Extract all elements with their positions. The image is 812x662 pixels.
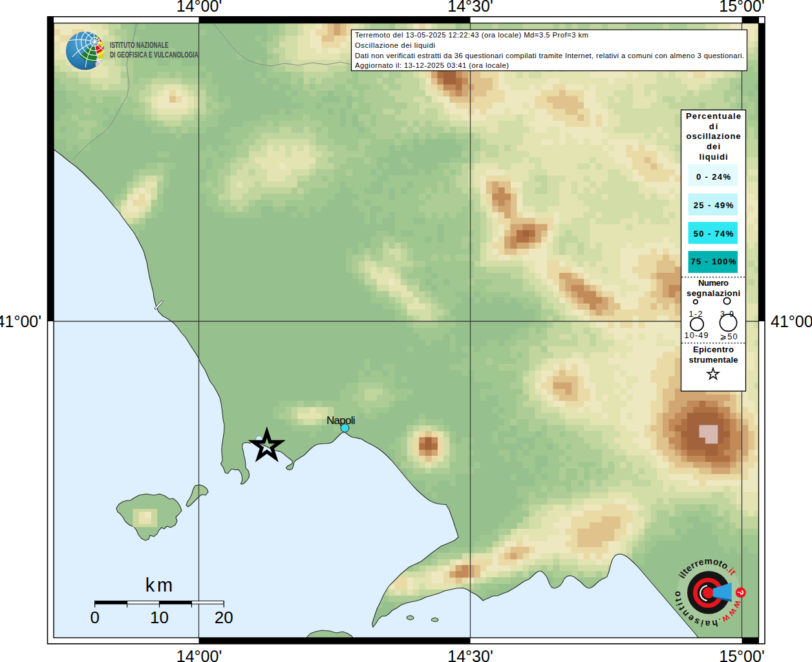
svg-text:14°30': 14°30' xyxy=(447,647,493,662)
svg-text:0: 0 xyxy=(90,608,99,627)
svg-text:oscillazione: oscillazione xyxy=(687,131,741,141)
svg-text:⩾50: ⩾50 xyxy=(720,332,738,341)
svg-text:50 - 74%: 50 - 74% xyxy=(694,229,734,239)
svg-text:dei: dei xyxy=(707,142,720,151)
svg-text:Napoli: Napoli xyxy=(326,414,356,427)
svg-text:di: di xyxy=(709,122,718,131)
svg-text:14°00': 14°00' xyxy=(176,0,222,15)
svg-text:75 - 100%: 75 - 100% xyxy=(691,257,736,266)
svg-text:liquidi: liquidi xyxy=(700,152,728,162)
svg-text:0 - 24%: 0 - 24% xyxy=(696,172,731,182)
svg-text:25 - 49%: 25 - 49% xyxy=(694,200,734,210)
svg-text:15°00': 15°00' xyxy=(719,0,764,15)
svg-text:km: km xyxy=(145,575,173,595)
svg-text:15°00': 15°00' xyxy=(719,647,764,662)
svg-text:Oscillazione dei liquidi: Oscillazione dei liquidi xyxy=(355,41,435,49)
svg-text:14°00': 14°00' xyxy=(176,647,222,662)
svg-text:Numero: Numero xyxy=(698,278,729,288)
svg-text:Aggiornato il: 13-12-2025 03:4: Aggiornato il: 13-12-2025 03:41 (ora loc… xyxy=(355,61,509,69)
svg-text:Percentuale: Percentuale xyxy=(686,111,741,121)
svg-text:ISTITUTO NAZIONALE: ISTITUTO NAZIONALE xyxy=(110,40,169,49)
svg-text:10: 10 xyxy=(150,608,169,627)
svg-text:41°00': 41°00' xyxy=(771,312,812,330)
svg-text:DI GEOFISICA E VULCANOLOGIA: DI GEOFISICA E VULCANOLOGIA xyxy=(110,50,198,59)
svg-text:41°00': 41°00' xyxy=(0,312,41,330)
svg-text:1-2: 1-2 xyxy=(689,310,702,319)
svg-text:segnalazioni: segnalazioni xyxy=(687,288,740,298)
svg-text:strumentale: strumentale xyxy=(689,355,738,365)
svg-text:14°30': 14°30' xyxy=(447,0,493,15)
svg-text:10-49: 10-49 xyxy=(685,331,709,340)
svg-text:Dati non verificati estratti d: Dati non verificati estratti da 36 quest… xyxy=(355,52,744,59)
svg-text:20: 20 xyxy=(215,608,233,627)
svg-text:?: ? xyxy=(736,590,745,595)
svg-text:Terremoto del 13-05-2025 12:22: Terremoto del 13-05-2025 12:22:43 (ora l… xyxy=(355,31,588,39)
svg-text:Epicentro: Epicentro xyxy=(693,345,734,354)
